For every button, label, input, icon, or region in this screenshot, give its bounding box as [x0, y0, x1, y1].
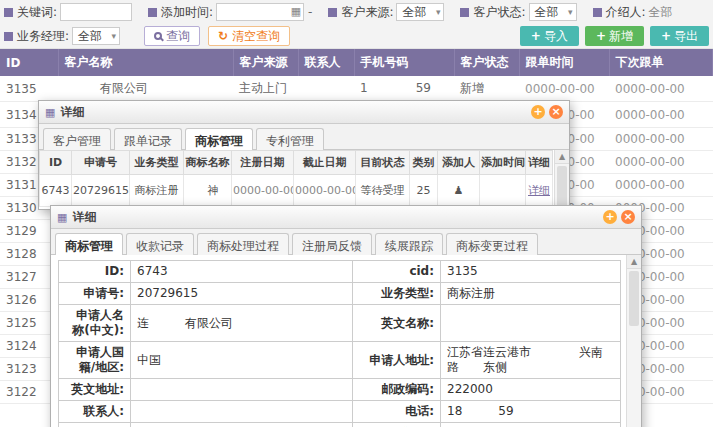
keyword-label: 关键词: [17, 4, 57, 21]
column-header[interactable]: 联系人 [298, 49, 354, 76]
table-row[interactable]: 申请人国籍/地区:中国申请人地址:江苏省连云港市 兴南路 东侧 [59, 342, 621, 379]
column-header[interactable]: 类别 [410, 151, 438, 175]
keyword-input[interactable] [60, 3, 132, 21]
dialog-controls: + × [603, 210, 635, 224]
close-icon[interactable]: × [549, 105, 563, 119]
column-header[interactable]: 手机号码 [354, 49, 454, 76]
cell: 有限公司 [58, 76, 233, 102]
import-button[interactable]: + 导入 [520, 26, 579, 46]
tab-bar: 客户管理跟单记录商标管理专利管理 [39, 124, 569, 150]
column-header[interactable]: 业务类型 [130, 151, 184, 175]
column-header[interactable]: 详细 [526, 151, 553, 175]
detail-link[interactable]: 详细 [526, 175, 553, 207]
grid-icon: ▦ [45, 106, 55, 119]
column-header[interactable]: 添加人 [438, 151, 480, 175]
tab-0[interactable]: 客户管理 [43, 128, 111, 150]
column-header[interactable]: 目前状态 [356, 151, 410, 175]
trademark-detail-dialog: ▦ 详细 + × 商标管理收款记录商标处理过程注册局反馈续展跟踪商标变更过程 I… [50, 205, 642, 427]
scrollbar-thumb[interactable] [629, 271, 639, 326]
column-header[interactable]: 跟单时间 [519, 49, 609, 76]
add-button[interactable]: + 新增 [585, 26, 644, 46]
cell: ♟ [438, 175, 480, 207]
cell: 外国申请人的国内接收人: [353, 423, 441, 427]
clear-button-label: 清空查询 [232, 28, 280, 45]
tab-3[interactable]: 专利管理 [256, 128, 324, 150]
tab-2[interactable]: 商标管理 [185, 128, 253, 150]
clear-query-button[interactable]: ↻ 清空查询 [208, 26, 290, 46]
export-button[interactable]: + 导出 [650, 26, 709, 46]
trademark-detail-form: ID:6743cid:3135申请号:20729615业务类型:商标注册申请人名… [58, 260, 621, 427]
column-header[interactable]: ID [0, 49, 58, 76]
table-row[interactable]: 联系人: 电话:18 59 [59, 401, 621, 423]
column-header[interactable]: 注册日期 [232, 151, 294, 175]
maximize-icon[interactable]: + [531, 105, 545, 119]
introducer-value[interactable]: 全部 [649, 4, 673, 21]
cell: 20729615 [131, 283, 353, 305]
maximize-icon[interactable]: + [603, 210, 617, 224]
cell: 业务类型: [353, 283, 441, 305]
column-header[interactable]: 客户状态 [454, 49, 519, 76]
table-row[interactable]: 英文地址:邮政编码:222000 [59, 379, 621, 401]
query-button[interactable]: 查询 [144, 26, 200, 46]
column-header[interactable]: 客户名称 [58, 49, 233, 76]
table-row[interactable]: 3135 有限公司主动上门1 59新增0000-00-000000-00-00 [0, 76, 713, 102]
column-header[interactable]: 商标名称 [184, 151, 232, 175]
cell [441, 305, 621, 342]
table-row[interactable]: 代理机构名称 商标专利事务所有限公司外国申请人的国内接收人: [59, 423, 621, 427]
manager-select[interactable]: 全部 ▾ [72, 27, 120, 45]
tab-3[interactable]: 注册局反馈 [292, 233, 372, 255]
table-row[interactable]: 674320729615商标注册 神0000-00-000000-00-00等待… [40, 175, 553, 207]
column-header[interactable]: 申请号 [72, 151, 130, 175]
date-from-box: ▦ [216, 3, 304, 21]
calendar-icon[interactable]: ▦ [291, 5, 301, 18]
scrollbar-thumb[interactable] [557, 166, 567, 210]
cell: 申请人地址: [353, 342, 441, 379]
table-row[interactable]: ID:6743cid:3135 [59, 261, 621, 283]
plus-icon: + [596, 29, 606, 43]
cell: 主动上门 [233, 76, 298, 102]
column-header[interactable]: 下次跟单 [609, 49, 713, 76]
cell: 0000-00-00 [609, 76, 713, 102]
cell: 6743 [131, 261, 353, 283]
scroll-up-icon[interactable]: ▲ [627, 255, 641, 269]
trademark-table-header-row: ID申请号业务类型商标名称注册日期截止日期目前状态类别添加人添加时间详细 [40, 151, 553, 175]
table-row[interactable]: 申请号:20729615业务类型:商标注册 [59, 283, 621, 305]
dialog-body: ID申请号业务类型商标名称注册日期截止日期目前状态类别添加人添加时间详细 674… [39, 150, 569, 209]
tab-4[interactable]: 续展跟踪 [375, 233, 443, 255]
cell: ID: [59, 261, 131, 283]
scrollbar[interactable]: ▲ [626, 255, 641, 427]
tab-1[interactable]: 跟单记录 [114, 128, 182, 150]
cell: 申请人名称(中文): [59, 305, 131, 342]
source-label: 客户来源: [341, 4, 393, 21]
dialog-title: 详细 [72, 209, 96, 226]
search-icon [154, 32, 162, 40]
bullet-icon [593, 8, 602, 17]
tab-1[interactable]: 收款记录 [126, 233, 194, 255]
source-select[interactable]: 全部 ▾ [396, 3, 444, 21]
tab-bar: 商标管理收款记录商标处理过程注册局反馈续展跟踪商标变更过程 [51, 229, 641, 255]
column-header[interactable]: 截止日期 [294, 151, 356, 175]
filter-keyword: 关键词: [4, 3, 132, 21]
scrollbar[interactable]: ▲ [554, 150, 569, 209]
table-row[interactable]: 申请人名称(中文):连 有限公司英文名称: [59, 305, 621, 342]
column-header[interactable]: 客户来源 [233, 49, 298, 76]
dialog-header[interactable]: ▦ 详细 + × [51, 206, 641, 229]
column-header[interactable]: 添加时间 [480, 151, 526, 175]
tab-0[interactable]: 商标管理 [55, 233, 123, 255]
tab-2[interactable]: 商标处理过程 [197, 233, 289, 255]
filter-toolbar: 关键词: 添加时间: ▦ - 客户来源: 全部 ▾ 客户状态: 全部 [0, 0, 713, 49]
cell [441, 423, 621, 427]
cell: 0000-00-00 [609, 151, 713, 174]
cell: 神 [184, 175, 232, 207]
close-icon[interactable]: × [621, 210, 635, 224]
manager-selected-value: 全部 [78, 28, 102, 45]
dialog-header[interactable]: ▦ 详细 + × [39, 101, 569, 124]
scroll-up-icon[interactable]: ▲ [555, 150, 569, 164]
cell [131, 401, 353, 423]
cell: 联系人: [59, 401, 131, 423]
introducer-label: 介绍人: [606, 4, 646, 21]
status-label: 客户状态: [473, 4, 525, 21]
column-header[interactable]: ID [40, 151, 72, 175]
tab-5[interactable]: 商标变更过程 [446, 233, 538, 255]
status-select[interactable]: 全部 ▾ [529, 3, 577, 21]
